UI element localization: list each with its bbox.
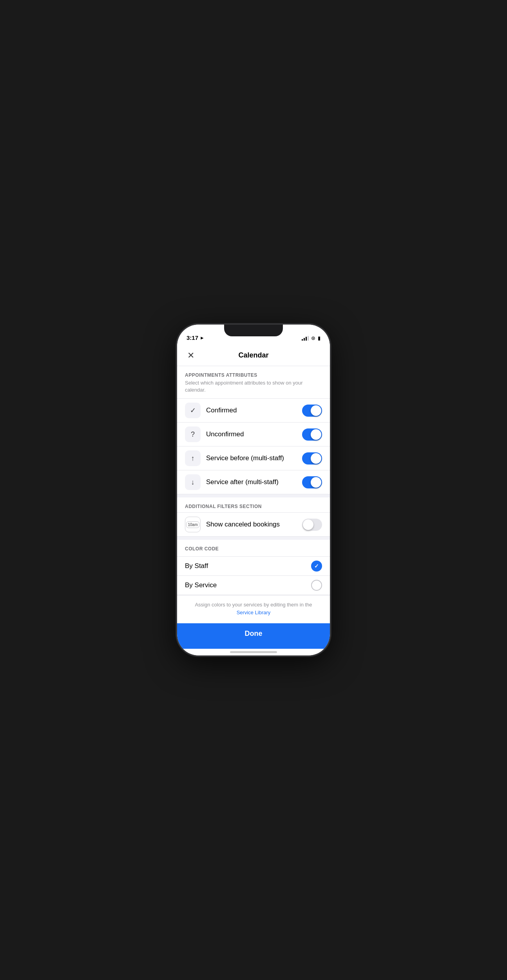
footer-note-text: Assign colors to your services by editin… [195,602,312,608]
service-after-label: Service after (multi-staff) [206,478,302,486]
nav-bar-indicator [177,649,330,655]
canceled-bookings-toggle[interactable] [302,519,322,531]
additional-filters-header: ADDITIONAL FILTERS SECTION [177,494,330,512]
checkmark-icon: ✓ [190,406,196,415]
service-after-row: ↓ Service after (multi-staff) [177,470,330,494]
service-before-row: ↑ Service before (multi-staff) [177,446,330,470]
modal-header: ✕ Calendar [177,344,330,366]
canceled-bookings-label: Show canceled bookings [206,521,302,528]
notch [224,325,283,336]
signal-bar-1 [302,339,303,341]
signal-bar-2 [304,338,305,341]
signal-bar-4 [308,336,309,341]
service-before-toggle[interactable] [302,452,322,465]
question-icon: ? [191,430,195,439]
appointments-section: APPOINTMENTS ATTRIBUTES Select which app… [177,366,330,398]
phone-frame: 3:17 ► ⊛ ▮ ✕ [177,325,330,655]
unconfirmed-toggle-knob [311,429,321,440]
radio-check-icon: ✓ [314,563,319,569]
footer-note: Assign colors to your services by editin… [177,595,330,623]
service-after-toggle[interactable] [302,476,322,488]
confirmed-icon-box: ✓ [185,403,201,418]
phone-screen: 3:17 ► ⊛ ▮ ✕ [177,325,330,655]
time-icon: 10am [186,521,199,528]
service-after-toggle-knob [311,477,321,488]
by-service-radio[interactable] [311,580,322,591]
appointments-section-subtitle: Select which appointment attributes to s… [185,379,322,394]
unconfirmed-toggle[interactable] [302,428,322,441]
content-area: ✕ Calendar APPOINTMENTS ATTRIBUTES Selec… [177,344,330,655]
confirmed-label: Confirmed [206,407,302,414]
signal-bar-3 [306,337,307,341]
done-bar: Done [177,623,330,649]
confirmed-row: ✓ Confirmed [177,399,330,423]
signal-bars-icon [302,336,309,341]
modal-content: ✕ Calendar APPOINTMENTS ATTRIBUTES Selec… [177,344,330,655]
service-library-link[interactable]: Service Library [185,610,322,615]
status-icons: ⊛ ▮ [302,335,320,341]
additional-filters-section: ADDITIONAL FILTERS SECTION 10am Show can… [177,494,330,537]
color-code-title: COLOR CODE [185,546,322,552]
close-button[interactable]: ✕ [185,350,197,361]
service-before-icon-box: ↑ [185,450,201,466]
home-indicator [230,651,277,653]
by-staff-radio[interactable]: ✓ [311,561,322,572]
status-time: 3:17 ► [187,334,205,341]
color-code-section: COLOR CODE By Staff ✓ By Service [177,537,330,623]
by-staff-label: By Staff [185,562,311,570]
done-button[interactable]: Done [185,630,322,638]
modal-title: Calendar [238,351,268,359]
arrow-up-icon: ↑ [191,454,195,463]
service-before-label: Service before (multi-staff) [206,454,302,462]
additional-filters-title: ADDITIONAL FILTERS SECTION [185,504,322,509]
unconfirmed-row: ? Unconfirmed [177,423,330,446]
location-icon: ► [200,335,205,341]
canceled-bookings-row: 10am Show canceled bookings [177,513,330,537]
by-service-row[interactable]: By Service [177,576,330,595]
canceled-bookings-toggle-knob [303,519,313,530]
close-icon: ✕ [187,351,194,360]
confirmed-toggle[interactable] [302,405,322,417]
unconfirmed-icon-box: ? [185,426,201,442]
canceled-bookings-icon-box: 10am [185,517,201,532]
arrow-down-icon: ↓ [191,478,195,486]
time-display: 3:17 [187,334,198,341]
by-service-label: By Service [185,581,311,589]
appointments-section-title: APPOINTMENTS ATTRIBUTES [185,372,322,378]
by-staff-row[interactable]: By Staff ✓ [177,557,330,576]
service-after-icon-box: ↓ [185,474,201,490]
battery-icon: ▮ [318,335,320,341]
unconfirmed-label: Unconfirmed [206,430,302,438]
color-code-header: COLOR CODE [177,537,330,556]
confirmed-toggle-knob [311,405,321,416]
service-before-toggle-knob [311,453,321,464]
wifi-icon: ⊛ [311,335,315,341]
